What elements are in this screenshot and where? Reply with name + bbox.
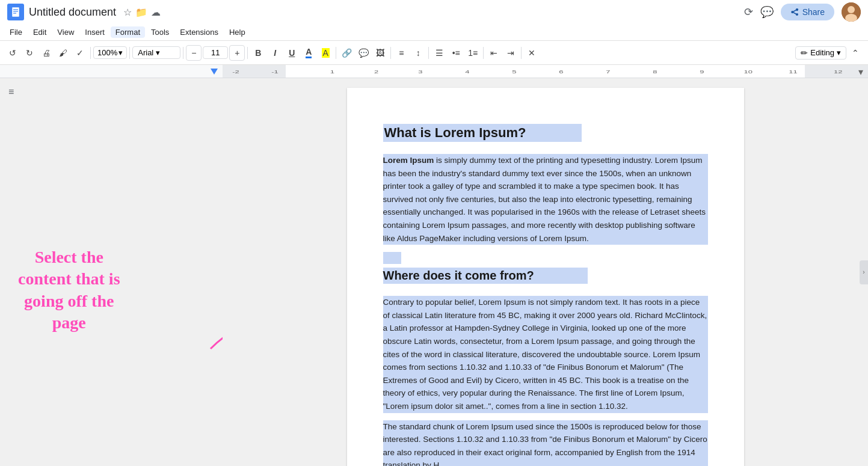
zoom-control[interactable]: 100% ▾ — [93, 46, 127, 59]
right-panel-toggle[interactable]: › — [860, 260, 868, 284]
paint-format-button[interactable]: 🖌 — [55, 45, 71, 61]
indent-increase-button[interactable]: ⇥ — [503, 45, 519, 61]
highlight-button[interactable]: A — [318, 45, 333, 61]
ruler: -2 -1 1 2 3 4 5 6 7 8 9 10 11 12 ▾ — [0, 65, 868, 78]
left-sidebar: ≡ Select the content that is going off t… — [0, 78, 223, 466]
empty-line-1 — [383, 142, 708, 154]
numbered-list-button[interactable]: 1≡ — [465, 45, 481, 61]
font-dropdown-icon: ▾ — [156, 48, 160, 57]
main-area: ≡ Select the content that is going off t… — [0, 78, 868, 466]
svg-text:4: 4 — [465, 69, 469, 75]
svg-text:8: 8 — [653, 69, 657, 75]
editing-mode-label: Editing — [810, 48, 834, 57]
font-size-input[interactable] — [207, 48, 224, 57]
svg-text:-2: -2 — [232, 69, 239, 75]
document-paragraph-1: Lorem Ipsum is simply dummy text of the … — [383, 154, 708, 245]
print-button[interactable]: 🖨 — [38, 45, 54, 61]
svg-text:-1: -1 — [271, 69, 279, 75]
menu-view[interactable]: View — [52, 26, 79, 38]
document-heading-2: Where does it come from? — [383, 269, 534, 282]
svg-point-6 — [848, 6, 855, 13]
title-bar: Untitled document ☆ 📁 ☁ ⟳ 💬 Share — [0, 0, 868, 24]
title-action-icons: ☆ 📁 ☁ — [123, 7, 161, 18]
insert-comment-button[interactable]: 💬 — [356, 45, 371, 61]
comments-icon[interactable]: 💬 — [760, 5, 774, 19]
underline-button[interactable]: U — [284, 45, 300, 61]
bold-button[interactable]: B — [250, 45, 266, 61]
editing-dropdown-icon: ▾ — [837, 48, 841, 57]
indent-decrease-button[interactable]: ⇤ — [486, 45, 502, 61]
font-size-field[interactable] — [203, 46, 228, 59]
zoom-dropdown-icon: ▾ — [119, 48, 123, 57]
annotation-text: Select the content that is going off the… — [18, 247, 120, 334]
empty-selected-line — [383, 252, 401, 264]
svg-text:5: 5 — [512, 69, 516, 75]
svg-text:10: 10 — [744, 69, 753, 75]
italic-button[interactable]: I — [267, 45, 283, 61]
doc-app-icon[interactable] — [7, 4, 24, 20]
divider-9 — [521, 47, 522, 59]
document-paragraph-2: Contrary to popular belief, Lorem Ipsum … — [383, 296, 708, 412]
spell-check-button[interactable]: ✓ — [72, 45, 88, 61]
divider-6 — [390, 47, 391, 59]
font-size-increase[interactable]: + — [229, 45, 245, 61]
svg-text:9: 9 — [700, 69, 704, 75]
font-size-decrease[interactable]: − — [186, 45, 202, 61]
checklist-button[interactable]: ☰ — [431, 45, 447, 61]
folder-icon[interactable]: 📁 — [135, 7, 147, 18]
svg-text:2: 2 — [374, 69, 378, 75]
menu-insert[interactable]: Insert — [80, 26, 109, 38]
link-button[interactable]: 🔗 — [339, 45, 354, 61]
editing-mode-dropdown[interactable]: ✏ Editing ▾ — [795, 46, 846, 60]
top-right-icons: ⟳ 💬 Share — [744, 2, 861, 22]
heading-1-selected: What is Lorem Ipsum? — [383, 124, 582, 142]
toolbar-expand-button[interactable]: ⌃ — [848, 45, 863, 61]
user-avatar[interactable] — [842, 2, 861, 22]
clear-formatting-button[interactable]: ✕ — [524, 45, 540, 61]
outline-icon[interactable]: ≡ — [8, 87, 14, 97]
font-name: Arial — [138, 48, 153, 57]
share-button[interactable]: Share — [781, 4, 834, 20]
divider-7 — [428, 47, 429, 59]
cloud-icon[interactable]: ☁ — [151, 7, 161, 18]
svg-marker-8 — [211, 69, 218, 75]
svg-text:11: 11 — [789, 69, 797, 75]
menu-help[interactable]: Help — [224, 26, 250, 38]
line-spacing-button[interactable]: ↕ — [410, 45, 426, 61]
document-paragraph-3: The standard chunk of Lorem Ipsum used s… — [383, 420, 708, 467]
divider-2 — [129, 47, 130, 59]
menu-edit[interactable]: Edit — [28, 26, 51, 38]
share-label: Share — [802, 7, 825, 17]
svg-rect-0 — [12, 7, 19, 17]
svg-text:7: 7 — [606, 69, 610, 75]
toolbar: ↺ ↻ 🖨 🖌 ✓ 100% ▾ Arial ▾ − + B I U A A 🔗… — [0, 41, 868, 65]
menu-extensions[interactable]: Extensions — [175, 26, 223, 38]
redo-button[interactable]: ↻ — [22, 45, 37, 61]
document-scroll-area[interactable]: What is Lorem Ipsum? Lorem Ipsum is simp… — [223, 78, 868, 466]
divider-8 — [483, 47, 484, 59]
divider-4 — [247, 47, 248, 59]
document-heading-1: What is Lorem Ipsum? — [383, 123, 528, 143]
undo-button[interactable]: ↺ — [5, 45, 20, 61]
document-title[interactable]: Untitled document — [29, 6, 116, 19]
insert-image-button[interactable]: 🖼 — [372, 45, 388, 61]
divider-1 — [90, 47, 91, 59]
align-button[interactable]: ≡ — [393, 45, 409, 61]
svg-text:6: 6 — [559, 69, 563, 75]
history-icon[interactable]: ⟳ — [744, 5, 753, 19]
svg-text:12: 12 — [834, 69, 842, 75]
star-icon[interactable]: ☆ — [123, 7, 132, 18]
divider-3 — [183, 47, 183, 59]
menu-bar: File Edit View Insert Format Tools Exten… — [0, 24, 868, 41]
divider-5 — [336, 47, 336, 59]
menu-format[interactable]: Format — [111, 26, 145, 38]
font-selector[interactable]: Arial ▾ — [132, 46, 180, 59]
document-page: What is Lorem Ipsum? Lorem Ipsum is simp… — [347, 88, 744, 466]
empty-line-2 — [383, 284, 708, 296]
svg-text:1: 1 — [330, 69, 334, 75]
svg-text:3: 3 — [418, 69, 422, 75]
font-color-button[interactable]: A — [301, 45, 316, 61]
menu-tools[interactable]: Tools — [146, 26, 174, 38]
bullet-list-button[interactable]: •≡ — [448, 45, 464, 61]
menu-file[interactable]: File — [5, 26, 27, 38]
